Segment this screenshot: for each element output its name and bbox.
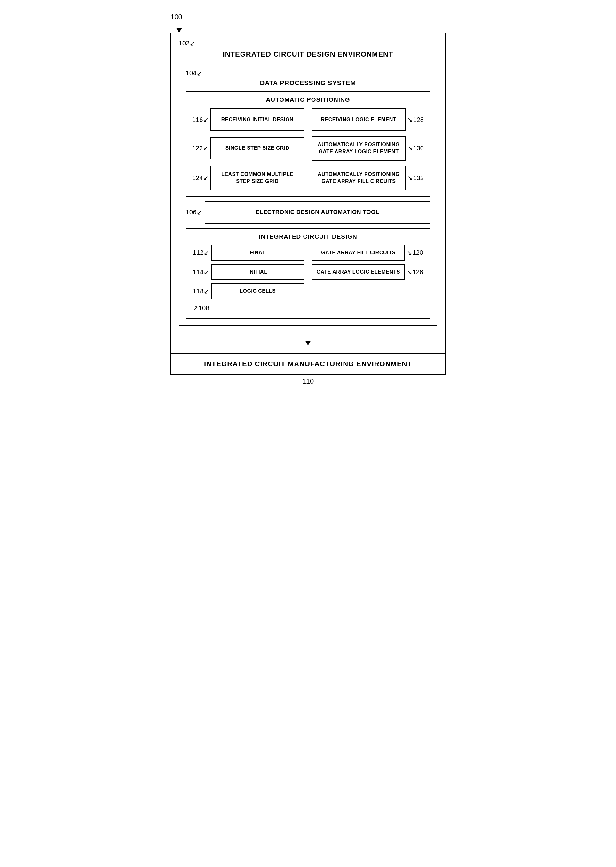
dps-title: DATA PROCESSING SYSTEM bbox=[186, 79, 430, 87]
ic-design-box: INTEGRATED CIRCUIT DESIGN 112 ↙ FINAL bbox=[186, 228, 430, 319]
mfg-environment-box: INTEGRATED CIRCUIT MANUFACTURING ENVIRON… bbox=[170, 354, 446, 374]
auto-pos-logic-cell: AUTOMATICALLY POSITIONING GATE ARRAY LOG… bbox=[312, 136, 424, 160]
ref-124-label: 124 ↙ bbox=[192, 175, 209, 182]
ref-126-arrow: ↘ bbox=[407, 269, 412, 275]
ic-design-environment-box: 102 ↙ INTEGRATED CIRCUIT DESIGN ENVIRONM… bbox=[170, 33, 446, 354]
ref-118-label: 118 ↙ bbox=[193, 288, 209, 295]
ref-112: 112 bbox=[193, 249, 203, 256]
ref-118-arrow: ↙ bbox=[204, 288, 209, 295]
ref-114-arrow: ↙ bbox=[204, 269, 209, 275]
ref-124-arrow: ↙ bbox=[203, 175, 209, 181]
ref-122-arrow: ↙ bbox=[203, 145, 209, 151]
ref-128-label: ↘ 128 bbox=[407, 116, 424, 123]
ref-118: 118 bbox=[193, 288, 203, 295]
final-row: 112 ↙ FINAL bbox=[193, 245, 304, 261]
ref-130-arrow: ↘ bbox=[407, 145, 413, 151]
initial-box: INITIAL bbox=[211, 264, 304, 280]
gate-array-fill-box: GATE ARRAY FILL CIRCUITS bbox=[312, 245, 405, 261]
ref-132-arrow: ↘ bbox=[407, 175, 413, 181]
ref-120-arrow: ↘ bbox=[407, 250, 412, 256]
ref-122: 122 bbox=[192, 145, 203, 152]
ref-116-label: 116 ↙ bbox=[192, 116, 209, 123]
logic-cells-box: LOGIC CELLS bbox=[211, 283, 304, 299]
ref-126: 126 bbox=[413, 268, 423, 276]
ref-104: 104 bbox=[186, 69, 196, 77]
ref-120: 120 bbox=[413, 249, 423, 256]
ref-112-arrow: ↙ bbox=[204, 250, 209, 256]
ref-102-arrow: ↙ bbox=[190, 40, 195, 47]
ref-130-label: ↘ 130 bbox=[407, 145, 424, 152]
single-step-cell: 122 ↙ SINGLE STEP SIZE GRID bbox=[192, 136, 304, 160]
ref-114: 114 bbox=[193, 268, 203, 276]
receiving-initial-design-box: RECEIVING INITIAL DESIGN bbox=[211, 109, 304, 131]
gate-array-logic-row: GATE ARRAY LOGIC ELEMENTS ↘ 126 bbox=[312, 264, 423, 280]
ref-128-arrow: ↘ bbox=[407, 116, 413, 123]
ref-106: 106 bbox=[186, 209, 196, 216]
ref-106-arrow: ↙ bbox=[197, 209, 202, 216]
gate-array-logic-box: GATE ARRAY LOGIC ELEMENTS bbox=[312, 264, 405, 280]
receiving-logic-cell: RECEIVING LOGIC ELEMENT ↘ 128 bbox=[312, 109, 424, 131]
ref-116: 116 bbox=[192, 116, 203, 123]
ref-128: 128 bbox=[413, 116, 424, 123]
final-box: FINAL bbox=[211, 245, 304, 261]
ref-132: 132 bbox=[413, 175, 424, 182]
ref-104-arrow: ↙ bbox=[197, 70, 202, 77]
auto-positioning-fill-box: AUTOMATICALLY POSITIONING GATE ARRAY FIL… bbox=[312, 166, 405, 190]
ref-102-label: 102 ↙ bbox=[179, 40, 195, 47]
ref-130: 130 bbox=[413, 145, 424, 152]
least-common-cell: 124 ↙ LEAST COMMON MULTIPLE STEP SIZE GR… bbox=[192, 166, 304, 190]
single-step-size-grid-box: SINGLE STEP SIZE GRID bbox=[211, 137, 304, 159]
gate-array-fill-row: GATE ARRAY FILL CIRCUITS ↘ 120 bbox=[312, 245, 423, 261]
ref-126-label: ↘ 126 bbox=[407, 268, 423, 276]
ref-102: 102 bbox=[179, 40, 189, 47]
ref-120-label: ↘ 120 bbox=[407, 249, 423, 256]
icd-title: INTEGRATED CIRCUIT DESIGN bbox=[193, 233, 423, 240]
ref-132-label: ↘ 132 bbox=[407, 175, 424, 182]
receiving-initial-cell: 116 ↙ RECEIVING INITIAL DESIGN bbox=[192, 109, 304, 131]
least-common-multiple-box: LEAST COMMON MULTIPLE STEP SIZE GRID bbox=[211, 166, 304, 190]
ref-112-label: 112 ↙ bbox=[193, 249, 209, 256]
ref-124: 124 bbox=[192, 175, 203, 182]
ref-100: 100 bbox=[170, 13, 182, 21]
eda-tool-box: ELECTRONIC DESIGN AUTOMATION TOOL bbox=[205, 201, 430, 223]
ref-116-arrow: ↙ bbox=[203, 116, 209, 123]
auto-pos-fill-cell: AUTOMATICALLY POSITIONING GATE ARRAY FIL… bbox=[312, 166, 424, 190]
auto-positioning-logic-box: AUTOMATICALLY POSITIONING GATE ARRAY LOG… bbox=[312, 136, 405, 160]
ref-114-label: 114 ↙ bbox=[193, 268, 209, 276]
ref-106-label: 106 ↙ bbox=[186, 209, 202, 216]
ref-110: 110 bbox=[302, 377, 314, 386]
receiving-logic-element-box: RECEIVING LOGIC ELEMENT bbox=[312, 109, 405, 131]
data-processing-system-box: 104 ↙ DATA PROCESSING SYSTEM AUTOMATIC P… bbox=[179, 64, 437, 326]
ref-108-arrow: ↗ bbox=[193, 305, 198, 311]
initial-row: 114 ↙ INITIAL bbox=[193, 264, 304, 280]
ic-design-env-title: INTEGRATED CIRCUIT DESIGN ENVIRONMENT bbox=[179, 50, 437, 58]
ref-108: 108 bbox=[199, 305, 209, 312]
ref-104-label: 104 ↙ bbox=[186, 69, 202, 77]
automatic-positioning-box: AUTOMATIC POSITIONING 116 ↙ RECEIVING IN… bbox=[186, 91, 430, 197]
ref-122-label: 122 ↙ bbox=[192, 145, 209, 152]
ap-title: AUTOMATIC POSITIONING bbox=[192, 96, 424, 103]
logic-cells-row: 118 ↙ LOGIC CELLS bbox=[193, 283, 304, 299]
ref-108-label: ↗ 108 bbox=[193, 305, 209, 312]
